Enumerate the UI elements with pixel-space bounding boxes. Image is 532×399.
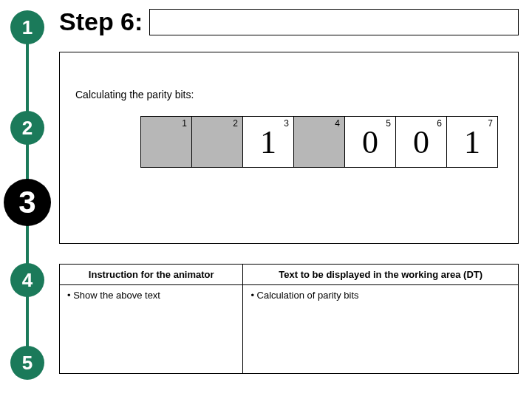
instr-header-left: Instruction for the animator — [60, 265, 243, 285]
bit-value-7: 1 — [464, 123, 480, 161]
instr-right-item: Calculation of parity bits — [250, 290, 511, 301]
bit-cell-3: 3 1 — [242, 116, 294, 168]
step-marker-3-active: 3 — [4, 179, 51, 226]
bit-index-3: 3 — [284, 118, 289, 129]
bit-index-6: 6 — [437, 118, 442, 129]
title-input-box — [149, 9, 519, 35]
bit-cell-6: 6 0 — [395, 116, 447, 168]
bit-index-5: 5 — [386, 118, 391, 129]
bit-cell-1: 1 — [140, 116, 192, 168]
step-title: Step 6: — [59, 7, 143, 36]
slide-canvas: 1 2 3 4 5 Step 6: Calculating the parity… — [0, 0, 532, 399]
calculating-label: Calculating the parity bits: — [75, 89, 194, 100]
instr-header-right: Text to be displayed in the working area… — [243, 265, 519, 285]
instruction-table: Instruction for the animator Text to be … — [59, 264, 519, 374]
step-marker-1: 1 — [10, 10, 44, 44]
bit-cell-7: 7 1 — [446, 116, 498, 168]
bit-cell-2: 2 — [191, 116, 243, 168]
bit-value-6: 0 — [413, 123, 429, 161]
step-marker-5: 5 — [10, 346, 44, 380]
bit-index-1: 1 — [182, 118, 187, 129]
bit-index-2: 2 — [233, 118, 238, 129]
bit-index-4: 4 — [335, 118, 340, 129]
bit-value-3: 1 — [260, 123, 276, 161]
step-marker-4: 4 — [10, 263, 44, 297]
bit-cell-4: 4 — [293, 116, 345, 168]
bit-index-7: 7 — [488, 118, 493, 129]
instr-cell-right: Calculation of parity bits — [243, 285, 519, 374]
instr-cell-left: Show the above text — [60, 285, 243, 374]
bit-cell-5: 5 0 — [344, 116, 396, 168]
step-marker-2: 2 — [10, 111, 44, 145]
bit-value-5: 0 — [362, 123, 378, 161]
bit-row: 1 2 3 1 4 5 0 6 0 7 1 — [140, 116, 498, 168]
instr-left-item: Show the above text — [67, 290, 235, 301]
